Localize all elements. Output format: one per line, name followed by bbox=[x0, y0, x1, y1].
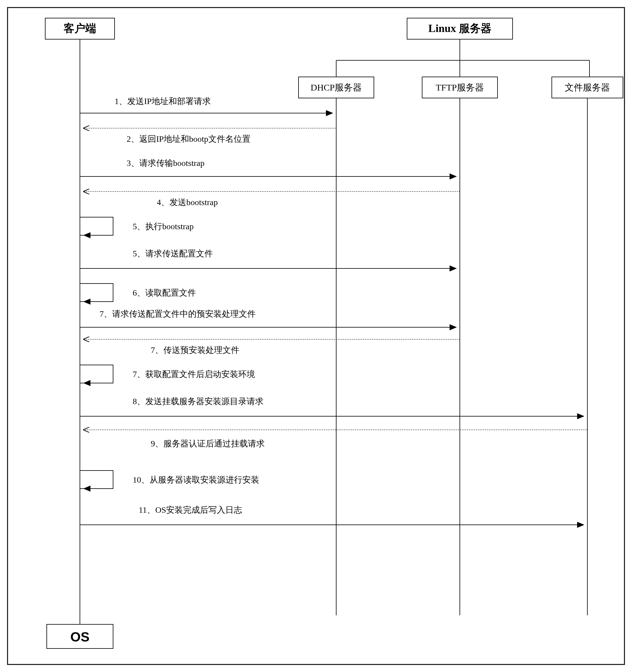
file-server-label: 文件服务器 bbox=[565, 82, 610, 92]
msg7b-label: 7、传送预安装处理文件 bbox=[151, 345, 239, 355]
msg3-label: 3、请求传输bootstrap bbox=[127, 158, 204, 168]
msg5b-label: 5、请求传送配置文件 bbox=[133, 249, 213, 258]
act10 bbox=[80, 471, 113, 488]
msg7a-label: 7、请求传送配置文件中的预安装处理文件 bbox=[99, 309, 256, 318]
msg6-label: 6、读取配置文件 bbox=[133, 288, 196, 297]
msg5a-label: 5、执行bootstrap bbox=[133, 222, 194, 231]
msg2-label: 2、返回IP地址和bootp文件名位置 bbox=[127, 134, 250, 144]
msg10-label: 10、从服务器读取安装源进行安装 bbox=[133, 475, 259, 484]
diagram-frame bbox=[7, 7, 625, 665]
msg9-label: 9、服务器认证后通过挂载请求 bbox=[151, 439, 265, 448]
msg8-label: 8、发送挂载服务器安装源目录请求 bbox=[133, 397, 264, 406]
msg4-label: 4、发送bootstrap bbox=[157, 197, 218, 207]
tftp-label: TFTP服务器 bbox=[436, 82, 484, 92]
client-label: 客户端 bbox=[63, 22, 96, 34]
msg7c-label: 7、获取配置文件后启动安装环境 bbox=[133, 369, 255, 379]
dhcp-label: DHCP服务器 bbox=[311, 82, 362, 92]
msg11-label: 11、OS安装完成后写入日志 bbox=[139, 505, 242, 514]
act6 bbox=[80, 284, 113, 302]
sequence-diagram: 客户端 Linux 服务器 DHCP服务器 TFTP服务器 文件服务器 1、发送… bbox=[6, 6, 626, 666]
os-label: OS bbox=[70, 629, 90, 644]
act5a bbox=[80, 217, 113, 235]
linux-server-label: Linux 服务器 bbox=[428, 22, 491, 34]
msg1-label: 1、发送IP地址和部署请求 bbox=[115, 97, 211, 106]
act7c bbox=[80, 365, 113, 383]
